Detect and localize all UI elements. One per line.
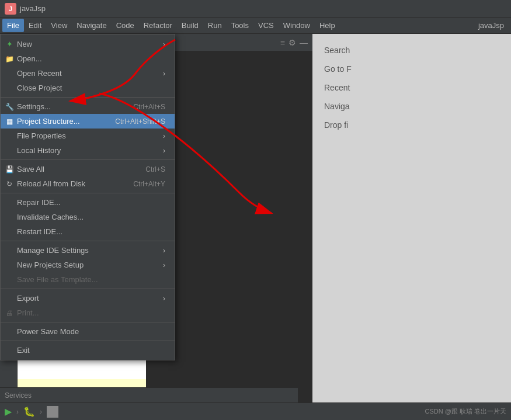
menu-item-repair-ide-label: Repair IDE...: [17, 198, 60, 207]
local-history-arrow-icon: ›: [163, 147, 165, 155]
menu-item-manage-ide-label: Manage IDE Settings: [17, 246, 89, 255]
menu-item-local-history-label: Local History: [17, 146, 61, 155]
reload-shortcut: Ctrl+Alt+Y: [121, 180, 165, 188]
app-logo: J: [5, 3, 16, 15]
menu-item-project-structure-label: Project Structure...: [17, 117, 80, 126]
gear-icon[interactable]: ⚙: [288, 38, 296, 47]
menu-item-export[interactable]: Export ›: [1, 291, 175, 306]
menu-item-save-all[interactable]: 💾 Save All Ctrl+S: [1, 162, 175, 176]
filter-icon[interactable]: ≡: [280, 38, 285, 47]
menu-item-close-project-label: Close Project: [17, 84, 62, 92]
right-panel: Search Go to F Recent Naviga Drop fi: [312, 34, 511, 402]
manage-ide-arrow-icon: ›: [163, 247, 165, 255]
menu-code[interactable]: Code: [112, 19, 139, 32]
menu-item-file-properties[interactable]: File Properties ›: [1, 129, 175, 143]
menu-item-print: 🖨 Print...: [1, 306, 175, 320]
menu-item-settings[interactable]: 🔧 Settings... Ctrl+Alt+S: [1, 99, 175, 114]
menu-tools[interactable]: Tools: [227, 19, 253, 32]
menu-item-new-label: New: [17, 40, 32, 48]
menu-item-power-save-label: Power Save Mode: [17, 327, 79, 336]
menu-item-restart-ide[interactable]: Restart IDE...: [1, 224, 175, 239]
new-projects-arrow-icon: ›: [163, 261, 165, 269]
menu-item-manage-ide[interactable]: Manage IDE Settings ›: [1, 243, 175, 258]
menu-item-invalidate-caches[interactable]: Invalidate Caches...: [1, 210, 175, 224]
menu-item-new-projects-label: New Projects Setup: [17, 261, 84, 269]
menu-item-reload[interactable]: ↻ Reload All from Disk Ctrl+Alt+Y: [1, 176, 175, 191]
reload-icon: ↻: [4, 180, 15, 188]
run-icon[interactable]: ▶: [5, 406, 12, 417]
new-icon: ✦: [4, 40, 15, 48]
menu-item-close-project[interactable]: Close Project: [1, 81, 175, 95]
save-all-shortcut: Ctrl+S: [134, 165, 165, 173]
menu-navigate[interactable]: Navigate: [72, 19, 111, 32]
menu-item-invalidate-caches-label: Invalidate Caches...: [17, 213, 84, 221]
title-project-name: javaJsp: [474, 19, 509, 32]
menu-item-restart-ide-label: Restart IDE...: [17, 227, 62, 236]
menu-item-open[interactable]: 📁 Open...: [1, 51, 175, 66]
menu-item-open-label: Open...: [17, 54, 42, 63]
separator-4: [1, 241, 175, 241]
menu-item-reload-label: Reload All from Disk: [17, 179, 85, 188]
settings-shortcut: Ctrl+Alt+S: [121, 103, 165, 111]
menu-item-local-history[interactable]: Local History ›: [1, 143, 175, 158]
credit-text: CSDN @跟 耿瑞 卷出一片天: [425, 407, 506, 416]
title-bar: J javaJsp: [0, 0, 511, 18]
menu-item-save-template: Save File as Template...: [1, 272, 175, 287]
menu-item-open-recent[interactable]: Open Recent ›: [1, 66, 175, 81]
separator-5: [1, 289, 175, 289]
open-recent-arrow-icon: ›: [163, 70, 165, 78]
menu-item-open-recent-label: Open Recent: [17, 69, 62, 78]
separator-6: [1, 322, 175, 322]
menu-build[interactable]: Build: [177, 19, 203, 32]
right-goto: Go to F: [324, 64, 499, 74]
file-menu-dropdown: ✦ New › 📁 Open... Open Recent › Close Pr…: [0, 34, 175, 360]
debug-icon[interactable]: 🐛: [23, 406, 35, 417]
menu-item-exit[interactable]: Exit: [1, 343, 175, 357]
chevron-down-icon: ›: [40, 408, 42, 416]
menu-item-export-label: Export: [17, 294, 39, 303]
menu-item-save-all-label: Save All: [17, 165, 44, 173]
services-label: Services: [5, 391, 32, 400]
svg-text:J: J: [9, 5, 12, 12]
menu-item-repair-ide[interactable]: Repair IDE...: [1, 195, 175, 210]
save-all-icon: 💾: [4, 165, 15, 173]
menu-bar: File Edit View Navigate Code Refactor Bu…: [0, 18, 511, 34]
menu-item-settings-label: Settings...: [17, 102, 51, 111]
menu-item-print-label: Print...: [17, 308, 39, 317]
file-properties-arrow-icon: ›: [163, 132, 165, 140]
print-icon: 🖨: [4, 309, 15, 317]
menu-file[interactable]: File: [2, 19, 24, 32]
menu-help[interactable]: Help: [315, 19, 340, 32]
chevron-right-icon: ›: [16, 408, 19, 416]
new-arrow-icon: ›: [163, 40, 165, 48]
menu-edit[interactable]: Edit: [24, 19, 46, 32]
menu-item-exit-label: Exit: [17, 346, 30, 355]
menu-item-new-projects-setup[interactable]: New Projects Setup ›: [1, 258, 175, 272]
menu-item-file-properties-label: File Properties: [17, 131, 66, 140]
file-dropdown-panel: ✦ New › 📁 Open... Open Recent › Close Pr…: [0, 34, 175, 360]
right-search: Search: [324, 46, 499, 55]
menu-run[interactable]: Run: [203, 19, 227, 32]
project-structure-shortcut: Ctrl+Alt+Shift+S: [103, 117, 165, 126]
services-bar: Services: [0, 387, 298, 402]
square-icon: [47, 406, 58, 418]
menu-item-save-template-label: Save File as Template...: [17, 275, 98, 284]
menu-refactor[interactable]: Refactor: [139, 19, 177, 32]
menu-item-project-structure[interactable]: ▦ Project Structure... Ctrl+Alt+Shift+S: [1, 114, 175, 129]
separator-2: [1, 159, 175, 160]
open-folder-icon: 📁: [4, 55, 15, 63]
title-text: javaJsp: [20, 4, 46, 13]
menu-item-power-save[interactable]: Power Save Mode: [1, 324, 175, 339]
settings-wrench-icon: 🔧: [4, 103, 15, 111]
right-recent: Recent: [324, 83, 499, 92]
separator-3: [1, 193, 175, 193]
minimize-icon[interactable]: —: [300, 38, 308, 47]
separator-1: [1, 97, 175, 98]
bottom-bar: ▶ › 🐛 › CSDN @跟 耿瑞 卷出一片天: [0, 402, 511, 420]
export-arrow-icon: ›: [163, 294, 165, 303]
menu-item-new[interactable]: ✦ New ›: [1, 37, 175, 51]
menu-window[interactable]: Window: [279, 19, 315, 32]
menu-view[interactable]: View: [46, 19, 72, 32]
separator-7: [1, 341, 175, 341]
menu-vcs[interactable]: VCS: [253, 19, 279, 32]
